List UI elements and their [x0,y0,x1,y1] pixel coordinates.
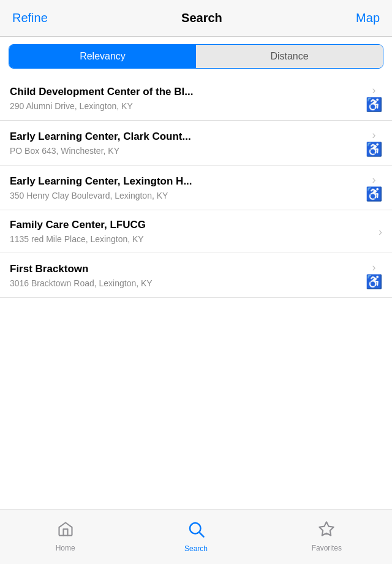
tab-label-home: Home [56,544,75,552]
segment-relevancy[interactable]: Relevancy [9,45,196,68]
accessibility-icon: ♿ [366,275,382,289]
accessibility-icon: ♿ [366,188,382,201]
page-title: Search [181,11,222,25]
svg-line-1 [200,532,204,536]
accessibility-icon: ♿ [366,143,382,156]
map-button[interactable]: Map [356,11,380,25]
list-item-title: Early Learning Center, Lexington H... [10,175,334,188]
list-item-title: Child Development Center of the Bl... [10,86,334,98]
accessibility-icon: ♿ [366,98,382,112]
list-item[interactable]: First Bracktown3016 Bracktown Road, Lexi… [0,253,392,298]
header: Refine Search Map [0,0,392,37]
list-item-title: First Bracktown [10,263,334,275]
results-list: Child Development Center of the Bl...290… [0,76,392,509]
segment-control: Relevancy Distance [9,44,383,69]
chevron-icon: › [372,85,376,96]
favorites-icon [318,520,335,540]
chevron-icon: › [372,174,376,185]
list-item[interactable]: Family Care Center, LFUCG1135 red Mile P… [0,210,392,253]
svg-marker-2 [320,522,334,535]
chevron-icon: › [372,129,376,140]
tab-label-search: Search [184,544,208,553]
list-item-address: 1135 red Mile Place, Lexington, KY [10,234,374,244]
search-icon [187,520,205,541]
list-item-address: PO Box 643, Winchester, KY [10,146,361,156]
list-item[interactable]: Early Learning Center, Clark Count...PO … [0,121,392,166]
tab-label-favorites: Favorites [312,544,342,552]
list-item[interactable]: Child Development Center of the Bl...290… [0,76,392,121]
list-item-address: 350 Henry Clay Boulevard, Lexington, KY [10,191,361,200]
list-item-title: Family Care Center, LFUCG [10,219,334,231]
list-item-title: Early Learning Center, Clark Count... [10,131,334,143]
segment-distance[interactable]: Distance [196,45,383,68]
tab-favorites[interactable]: Favorites [262,513,392,559]
chevron-icon: › [372,262,376,273]
tab-home[interactable]: Home [0,513,130,559]
list-item[interactable]: Early Learning Center, Lexington H...350… [0,166,392,210]
list-item-address: 290 Alumni Drive, Lexington, KY [10,101,361,111]
tab-bar: HomeSearchFavorites [0,509,392,564]
tab-search[interactable]: Search [130,513,261,559]
chevron-icon: › [379,226,382,237]
refine-button[interactable]: Refine [12,11,48,25]
list-item-address: 3016 Bracktown Road, Lexington, KY [10,278,361,288]
home-icon [57,520,74,540]
